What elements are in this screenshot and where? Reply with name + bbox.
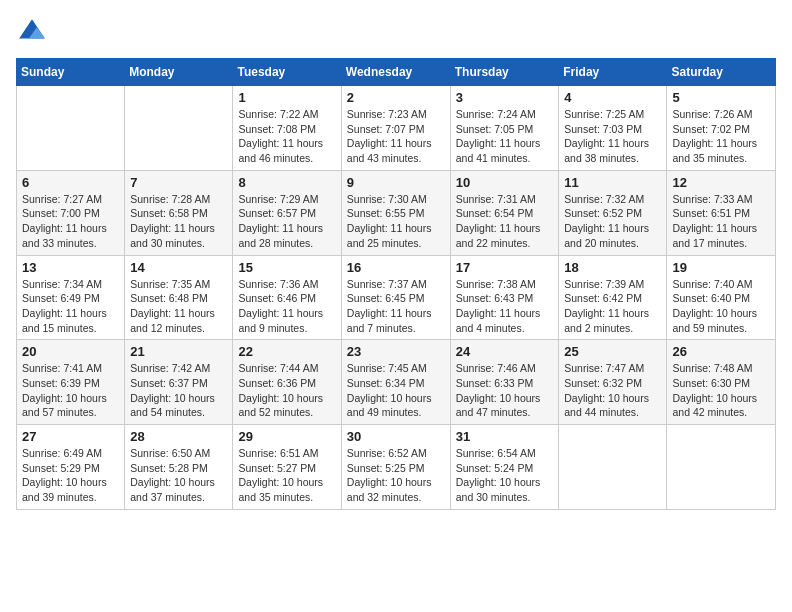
day-info: Sunrise: 7:24 AM Sunset: 7:05 PM Dayligh… [456,107,554,166]
calendar-table: SundayMondayTuesdayWednesdayThursdayFrid… [16,58,776,510]
day-number: 24 [456,344,554,359]
day-number: 29 [238,429,335,444]
day-info: Sunrise: 7:23 AM Sunset: 7:07 PM Dayligh… [347,107,445,166]
calendar-cell: 23Sunrise: 7:45 AM Sunset: 6:34 PM Dayli… [341,340,450,425]
calendar-cell: 21Sunrise: 7:42 AM Sunset: 6:37 PM Dayli… [125,340,233,425]
day-number: 26 [672,344,770,359]
day-number: 22 [238,344,335,359]
calendar-cell: 3Sunrise: 7:24 AM Sunset: 7:05 PM Daylig… [450,86,559,171]
calendar-cell [559,425,667,510]
day-number: 4 [564,90,661,105]
calendar-cell: 14Sunrise: 7:35 AM Sunset: 6:48 PM Dayli… [125,255,233,340]
calendar-cell: 28Sunrise: 6:50 AM Sunset: 5:28 PM Dayli… [125,425,233,510]
calendar-cell: 5Sunrise: 7:26 AM Sunset: 7:02 PM Daylig… [667,86,776,171]
page-header [16,16,776,48]
day-info: Sunrise: 7:46 AM Sunset: 6:33 PM Dayligh… [456,361,554,420]
logo-icon [16,16,48,48]
calendar-cell: 27Sunrise: 6:49 AM Sunset: 5:29 PM Dayli… [17,425,125,510]
day-info: Sunrise: 6:50 AM Sunset: 5:28 PM Dayligh… [130,446,227,505]
day-info: Sunrise: 7:31 AM Sunset: 6:54 PM Dayligh… [456,192,554,251]
day-number: 30 [347,429,445,444]
day-number: 7 [130,175,227,190]
day-number: 13 [22,260,119,275]
calendar-cell: 6Sunrise: 7:27 AM Sunset: 7:00 PM Daylig… [17,170,125,255]
calendar-cell: 4Sunrise: 7:25 AM Sunset: 7:03 PM Daylig… [559,86,667,171]
day-info: Sunrise: 7:22 AM Sunset: 7:08 PM Dayligh… [238,107,335,166]
calendar-cell: 10Sunrise: 7:31 AM Sunset: 6:54 PM Dayli… [450,170,559,255]
day-number: 10 [456,175,554,190]
day-number: 20 [22,344,119,359]
day-number: 14 [130,260,227,275]
day-number: 12 [672,175,770,190]
day-info: Sunrise: 7:32 AM Sunset: 6:52 PM Dayligh… [564,192,661,251]
day-number: 3 [456,90,554,105]
weekday-header-friday: Friday [559,59,667,86]
calendar-cell: 12Sunrise: 7:33 AM Sunset: 6:51 PM Dayli… [667,170,776,255]
calendar-cell [667,425,776,510]
week-row-4: 20Sunrise: 7:41 AM Sunset: 6:39 PM Dayli… [17,340,776,425]
calendar-cell: 16Sunrise: 7:37 AM Sunset: 6:45 PM Dayli… [341,255,450,340]
calendar-cell: 7Sunrise: 7:28 AM Sunset: 6:58 PM Daylig… [125,170,233,255]
day-info: Sunrise: 7:40 AM Sunset: 6:40 PM Dayligh… [672,277,770,336]
day-info: Sunrise: 6:49 AM Sunset: 5:29 PM Dayligh… [22,446,119,505]
week-row-2: 6Sunrise: 7:27 AM Sunset: 7:00 PM Daylig… [17,170,776,255]
calendar-cell: 15Sunrise: 7:36 AM Sunset: 6:46 PM Dayli… [233,255,341,340]
day-info: Sunrise: 7:29 AM Sunset: 6:57 PM Dayligh… [238,192,335,251]
weekday-header-thursday: Thursday [450,59,559,86]
week-row-1: 1Sunrise: 7:22 AM Sunset: 7:08 PM Daylig… [17,86,776,171]
day-info: Sunrise: 7:34 AM Sunset: 6:49 PM Dayligh… [22,277,119,336]
day-number: 21 [130,344,227,359]
day-number: 23 [347,344,445,359]
day-number: 11 [564,175,661,190]
calendar-cell: 20Sunrise: 7:41 AM Sunset: 6:39 PM Dayli… [17,340,125,425]
day-info: Sunrise: 7:33 AM Sunset: 6:51 PM Dayligh… [672,192,770,251]
calendar-cell: 18Sunrise: 7:39 AM Sunset: 6:42 PM Dayli… [559,255,667,340]
weekday-header-tuesday: Tuesday [233,59,341,86]
calendar-cell: 19Sunrise: 7:40 AM Sunset: 6:40 PM Dayli… [667,255,776,340]
day-number: 27 [22,429,119,444]
logo [16,16,52,48]
day-info: Sunrise: 7:42 AM Sunset: 6:37 PM Dayligh… [130,361,227,420]
calendar-cell: 13Sunrise: 7:34 AM Sunset: 6:49 PM Dayli… [17,255,125,340]
day-info: Sunrise: 7:25 AM Sunset: 7:03 PM Dayligh… [564,107,661,166]
day-info: Sunrise: 7:28 AM Sunset: 6:58 PM Dayligh… [130,192,227,251]
weekday-header-sunday: Sunday [17,59,125,86]
day-number: 28 [130,429,227,444]
weekday-header-monday: Monday [125,59,233,86]
day-info: Sunrise: 7:27 AM Sunset: 7:00 PM Dayligh… [22,192,119,251]
day-number: 1 [238,90,335,105]
day-number: 6 [22,175,119,190]
calendar-cell [125,86,233,171]
day-info: Sunrise: 7:48 AM Sunset: 6:30 PM Dayligh… [672,361,770,420]
weekday-header-saturday: Saturday [667,59,776,86]
day-info: Sunrise: 6:54 AM Sunset: 5:24 PM Dayligh… [456,446,554,505]
day-number: 17 [456,260,554,275]
calendar-cell: 24Sunrise: 7:46 AM Sunset: 6:33 PM Dayli… [450,340,559,425]
day-info: Sunrise: 7:38 AM Sunset: 6:43 PM Dayligh… [456,277,554,336]
day-info: Sunrise: 7:35 AM Sunset: 6:48 PM Dayligh… [130,277,227,336]
week-row-3: 13Sunrise: 7:34 AM Sunset: 6:49 PM Dayli… [17,255,776,340]
day-info: Sunrise: 7:41 AM Sunset: 6:39 PM Dayligh… [22,361,119,420]
day-info: Sunrise: 7:45 AM Sunset: 6:34 PM Dayligh… [347,361,445,420]
day-number: 25 [564,344,661,359]
calendar-cell: 29Sunrise: 6:51 AM Sunset: 5:27 PM Dayli… [233,425,341,510]
day-info: Sunrise: 7:26 AM Sunset: 7:02 PM Dayligh… [672,107,770,166]
calendar-cell: 9Sunrise: 7:30 AM Sunset: 6:55 PM Daylig… [341,170,450,255]
day-number: 19 [672,260,770,275]
calendar-cell: 17Sunrise: 7:38 AM Sunset: 6:43 PM Dayli… [450,255,559,340]
day-info: Sunrise: 7:36 AM Sunset: 6:46 PM Dayligh… [238,277,335,336]
calendar-cell: 2Sunrise: 7:23 AM Sunset: 7:07 PM Daylig… [341,86,450,171]
day-number: 15 [238,260,335,275]
day-number: 18 [564,260,661,275]
day-number: 8 [238,175,335,190]
calendar-cell: 30Sunrise: 6:52 AM Sunset: 5:25 PM Dayli… [341,425,450,510]
day-info: Sunrise: 6:52 AM Sunset: 5:25 PM Dayligh… [347,446,445,505]
calendar-cell: 1Sunrise: 7:22 AM Sunset: 7:08 PM Daylig… [233,86,341,171]
day-number: 2 [347,90,445,105]
day-number: 5 [672,90,770,105]
calendar-cell: 22Sunrise: 7:44 AM Sunset: 6:36 PM Dayli… [233,340,341,425]
calendar-cell: 26Sunrise: 7:48 AM Sunset: 6:30 PM Dayli… [667,340,776,425]
day-info: Sunrise: 7:37 AM Sunset: 6:45 PM Dayligh… [347,277,445,336]
week-row-5: 27Sunrise: 6:49 AM Sunset: 5:29 PM Dayli… [17,425,776,510]
day-number: 9 [347,175,445,190]
